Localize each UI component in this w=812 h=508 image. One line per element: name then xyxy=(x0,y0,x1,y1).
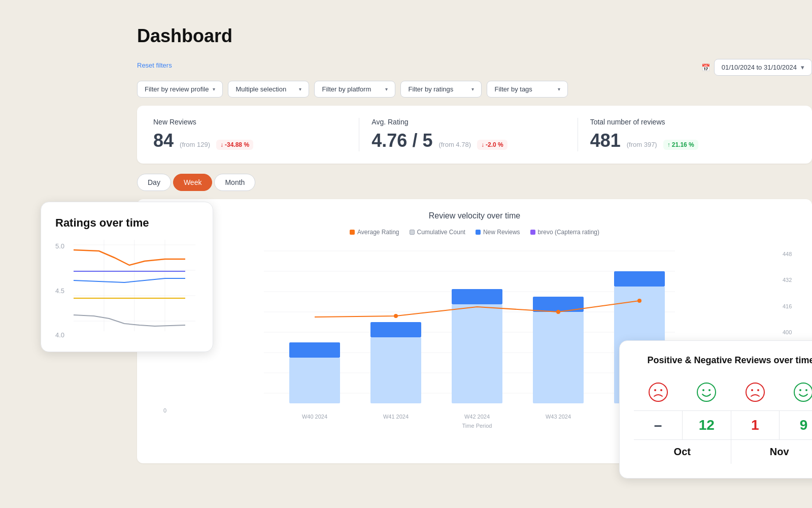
svg-point-43 xyxy=(794,383,812,401)
y-left-3: 0 xyxy=(163,407,166,414)
date-chevron-icon: ▾ xyxy=(801,64,804,71)
ratings-label: Filter by ratings xyxy=(408,85,453,93)
legend-new-reviews-label: New Reviews xyxy=(483,229,520,236)
period-buttons: Day Week Month xyxy=(137,174,812,191)
review-profile-label: Filter by review profile xyxy=(145,85,209,93)
svg-point-42 xyxy=(757,389,759,391)
svg-point-40 xyxy=(746,383,764,401)
tags-chevron: ▾ xyxy=(558,86,560,92)
page-title: Dashboard xyxy=(137,25,812,47)
pn-card-title: Positive & Negative Reviews over time xyxy=(634,355,812,366)
svg-point-18 xyxy=(394,314,398,318)
legend-avg-rating-label: Average Rating xyxy=(357,229,399,236)
pn-val-2: 1 xyxy=(731,411,780,440)
multiple-selection-chevron: ▾ xyxy=(299,86,301,92)
legend-cumulative: Cumulative Count xyxy=(410,229,465,236)
legend-dot-blue xyxy=(476,230,481,235)
svg-rect-14 xyxy=(533,312,584,403)
pn-happy-2 xyxy=(780,376,813,411)
date-range-filter[interactable]: 01/10/2024 to 31/10/2024 ▾ xyxy=(714,59,812,76)
total-reviews-stat: Total number of reviews 481 (from 397) ↑… xyxy=(578,118,796,151)
legend-brevo: brevo (Capterra rating) xyxy=(530,229,599,236)
y-right-3: 416 xyxy=(783,303,792,309)
svg-text:W41 2024: W41 2024 xyxy=(383,414,409,420)
up-arrow-icon: ↑ xyxy=(667,141,670,148)
review-profile-chevron: ▾ xyxy=(213,86,215,92)
new-reviews-value: 84 xyxy=(153,130,174,151)
svg-point-44 xyxy=(799,389,801,391)
total-reviews-label: Total number of reviews xyxy=(590,118,784,126)
down-arrow-icon-2: ↓ xyxy=(481,141,484,148)
y-right-1: 448 xyxy=(783,251,792,257)
y-right-2: 432 xyxy=(783,277,792,283)
pn-val-3: 9 xyxy=(780,411,813,440)
y-right-4: 400 xyxy=(783,329,792,335)
new-reviews-badge: ↓ -34.88 % xyxy=(216,140,253,150)
multiple-selection-label: Multiple selection xyxy=(235,85,286,93)
stats-card: New Reviews 84 (from 129) ↓ -34.88 % Avg… xyxy=(137,106,812,164)
tags-label: Filter by tags xyxy=(494,85,532,93)
svg-text:W42 2024: W42 2024 xyxy=(464,414,490,420)
pn-table: – 12 1 9 Oct Nov xyxy=(634,376,812,464)
month-button[interactable]: Month xyxy=(214,174,255,191)
pn-val-0: – xyxy=(634,411,683,440)
new-reviews-stat: New Reviews 84 (from 129) ↓ -34.88 % xyxy=(153,118,359,151)
sad-face-icon-2 xyxy=(745,382,765,402)
tags-filter[interactable]: Filter by tags ▾ xyxy=(487,81,568,98)
multiple-selection-filter[interactable]: Multiple selection ▾ xyxy=(228,81,309,98)
svg-rect-8 xyxy=(289,358,340,403)
ratings-y-2: 4.5 xyxy=(55,287,64,295)
ratings-filter[interactable]: Filter by ratings ▾ xyxy=(400,81,482,98)
ratings-card-title: Ratings over time xyxy=(55,216,198,230)
date-range-value: 01/10/2024 to 31/10/2024 xyxy=(722,64,797,71)
svg-point-36 xyxy=(660,389,662,391)
platform-chevron: ▾ xyxy=(385,86,388,92)
svg-text:W43 2024: W43 2024 xyxy=(546,414,571,420)
platform-filter[interactable]: Filter by platform ▾ xyxy=(314,81,395,98)
pn-val-1: 12 xyxy=(683,411,731,440)
platform-label: Filter by platform xyxy=(322,85,371,93)
svg-text:Time Period: Time Period xyxy=(462,423,492,429)
new-reviews-label: New Reviews xyxy=(153,118,347,126)
pn-sad-2 xyxy=(731,376,780,411)
svg-point-45 xyxy=(805,389,807,391)
svg-point-41 xyxy=(751,389,753,391)
avg-rating-from: (from 4.78) xyxy=(438,141,471,148)
pn-month-oct: Oct xyxy=(634,440,731,464)
main-chart-container: Review velocity over time Average Rating… xyxy=(137,199,812,463)
legend-avg-rating: Average Rating xyxy=(350,229,399,236)
svg-rect-12 xyxy=(452,304,502,403)
svg-point-39 xyxy=(708,389,710,391)
legend-brevo-label: brevo (Capterra rating) xyxy=(538,229,599,236)
svg-text:W40 2024: W40 2024 xyxy=(302,414,327,420)
legend-dot-orange xyxy=(350,230,355,235)
chart-title: Review velocity over time xyxy=(149,211,800,220)
svg-point-35 xyxy=(654,389,656,391)
calendar-icon: 📅 xyxy=(701,64,710,72)
svg-point-20 xyxy=(637,299,641,303)
positive-negative-card: Positive & Negative Reviews over time xyxy=(619,340,812,479)
legend-new-reviews: New Reviews xyxy=(476,229,520,236)
week-button[interactable]: Week xyxy=(173,174,213,191)
ratings-line-chart xyxy=(71,240,198,341)
svg-rect-17 xyxy=(614,271,665,287)
svg-rect-11 xyxy=(370,322,421,337)
sad-face-icon-1 xyxy=(648,382,668,402)
legend-cumulative-label: Cumulative Count xyxy=(417,229,465,236)
avg-rating-stat: Avg. Rating 4.76 / 5 (from 4.78) ↓ -2.0 … xyxy=(359,118,578,151)
total-reviews-from: (from 397) xyxy=(627,141,657,148)
avg-rating-label: Avg. Rating xyxy=(371,118,565,126)
avg-rating-value: 4.76 / 5 xyxy=(371,130,432,151)
total-reviews-badge: ↑ 21.16 % xyxy=(663,140,698,150)
svg-point-19 xyxy=(556,310,560,314)
pn-sad-1 xyxy=(634,376,683,411)
ratings-chevron: ▾ xyxy=(471,86,474,92)
day-button[interactable]: Day xyxy=(137,174,171,191)
pn-happy-1 xyxy=(683,376,731,411)
reset-filters-link[interactable]: Reset filters xyxy=(137,61,172,69)
svg-point-34 xyxy=(649,383,667,401)
legend-dot-gray xyxy=(410,230,415,235)
happy-face-icon-1 xyxy=(696,382,717,402)
review-profile-filter[interactable]: Filter by review profile ▾ xyxy=(137,81,223,98)
ratings-over-time-card: Ratings over time 5.0 4.5 4.0 xyxy=(41,202,213,352)
